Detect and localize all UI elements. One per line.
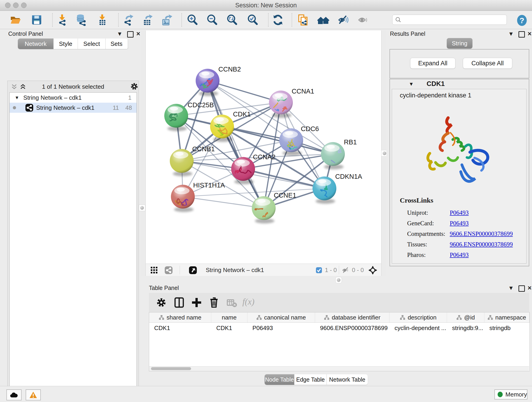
tab-select[interactable]: Select [78, 38, 106, 49]
search-input[interactable] [401, 16, 500, 24]
crosslink-link[interactable]: 9606.ENSP00000378699 [450, 241, 513, 248]
column-header-shared-name[interactable]: shared name [149, 313, 211, 322]
table-cell[interactable]: CDK1 [211, 323, 247, 333]
table-cell[interactable]: stringdb:9... [447, 323, 484, 333]
collapse-triangle-icon[interactable]: ▼ [15, 95, 19, 100]
section-collapse-icon[interactable]: ▼ [409, 81, 414, 87]
panel-float-icon[interactable] [127, 31, 133, 38]
network-node-ccnb2[interactable] [196, 69, 220, 96]
first-neighbors-icon[interactable] [317, 14, 329, 26]
crosslink-link[interactable]: P06493 [450, 220, 469, 227]
show-all-icon[interactable] [357, 14, 369, 26]
split-column-icon[interactable] [173, 297, 185, 308]
import-table-icon[interactable] [96, 14, 108, 26]
memory-button[interactable]: Memory [494, 389, 527, 400]
network-node-cdk1[interactable] [210, 115, 234, 142]
panel-menu-icon[interactable]: ▼ [508, 31, 514, 37]
settings-gear-icon[interactable] [155, 297, 167, 308]
hidden-count: 0 - 0 [352, 264, 364, 276]
help-icon[interactable]: ? [516, 14, 528, 26]
scrollbar-thumb[interactable] [151, 367, 191, 370]
panel-close-icon[interactable]: × [528, 30, 532, 38]
network-node-rb1[interactable] [321, 142, 345, 169]
import-network-from-database-icon[interactable] [75, 14, 87, 26]
column-header-description[interactable]: description [389, 313, 447, 322]
network-row[interactable]: String Network – cdk1 11 48 [10, 103, 137, 113]
hide-selected-icon[interactable] [337, 14, 349, 26]
table-cell[interactable]: cyclin-dependent ... [389, 323, 447, 333]
network-node-hist1h1a[interactable] [171, 185, 195, 212]
column-header-name[interactable]: name [211, 313, 247, 322]
panel-float-icon[interactable] [519, 31, 525, 38]
network-node-cdkn1a[interactable] [312, 177, 336, 207]
network-node-ccna1[interactable] [267, 90, 293, 118]
zoom-fit-icon[interactable] [226, 14, 238, 26]
delete-column-icon[interactable] [208, 297, 220, 308]
selected-checkbox[interactable] [316, 267, 322, 274]
column-header-canonical-name[interactable]: canonical name [247, 313, 315, 322]
horizontal-scrollbar[interactable] [149, 366, 529, 371]
column-header-database-identifier[interactable]: database identifier [315, 313, 389, 322]
crosslink-link[interactable]: P06493 [450, 251, 469, 259]
expand-all-button[interactable]: Expand All [410, 58, 456, 69]
panel-close-icon[interactable]: × [136, 30, 140, 38]
table-cell[interactable]: 9606.ENSP00000378699 [315, 323, 389, 333]
tab-edge-table[interactable]: Edge Table [294, 374, 326, 385]
tab-node-table[interactable]: Node Table [265, 374, 294, 385]
crosslink-link[interactable]: 9606.ENSP00000378699 [450, 230, 513, 237]
string-network-icon [25, 104, 33, 112]
string-network-badge-icon[interactable] [165, 266, 173, 274]
export-table-icon[interactable] [142, 14, 153, 26]
column-header--id[interactable]: @id [447, 313, 484, 322]
tab-network-table[interactable]: Network Table [327, 374, 368, 385]
network-collection-row[interactable]: ▼ String Network – cdk1 1 [10, 93, 137, 103]
network-node-ccna2[interactable] [231, 157, 257, 184]
crosslink-link[interactable]: P06493 [450, 209, 469, 216]
table-cell[interactable]: P06493 [247, 323, 315, 333]
export-network-icon[interactable] [122, 14, 134, 26]
memory-label: Memory [505, 391, 527, 398]
table-cell[interactable]: stringdb [484, 323, 530, 333]
crosslink-label: GeneCard: [407, 220, 450, 227]
table-row[interactable]: CDK1CDK1P064939606.ENSP00000378699cyclin… [149, 323, 530, 333]
collapse-all-button[interactable]: Collapse All [463, 58, 512, 69]
left-splitter-handle[interactable] [139, 205, 145, 211]
panel-float-icon[interactable] [519, 285, 525, 292]
refresh-icon[interactable] [272, 14, 284, 26]
panel-menu-icon[interactable]: ▼ [508, 285, 514, 291]
tab-style[interactable]: Style [54, 38, 78, 49]
footer-separator [339, 266, 339, 274]
zoom-in-icon[interactable] [186, 14, 198, 26]
hidden-eye-icon[interactable] [342, 267, 350, 274]
panel-close-icon[interactable]: × [528, 284, 532, 292]
save-session-icon[interactable] [31, 14, 43, 26]
tab-string[interactable]: String [447, 38, 472, 49]
birds-eye-view-icon[interactable] [189, 266, 197, 274]
search-field[interactable] [392, 15, 507, 25]
node-label-ccna2: CCNA2 [253, 153, 275, 161]
network-canvas[interactable]: CCNB2CCNA1CDC25BCDK1CDC6RB1CCNB1CCNA2CDK… [146, 31, 381, 264]
table-cell[interactable]: CDK1 [149, 323, 211, 333]
warning-button[interactable] [26, 389, 41, 400]
import-network-icon[interactable] [56, 14, 68, 26]
horizontal-splitter-handle[interactable] [336, 277, 342, 283]
zoom-out-icon[interactable] [206, 14, 218, 26]
column-header-namespace[interactable]: namespace [484, 313, 530, 322]
grid-view-icon[interactable] [151, 267, 158, 274]
tab-sets[interactable]: Sets [106, 38, 127, 49]
network-node-ccnb1[interactable] [170, 149, 194, 176]
zoom-selected-icon[interactable] [247, 14, 259, 26]
network-node-cdc25b[interactable] [164, 104, 188, 131]
pan-crosshair-icon[interactable] [368, 266, 377, 274]
network-node-cdc6[interactable] [279, 128, 303, 156]
duplicate-network-icon[interactable] [297, 14, 309, 26]
open-session-icon[interactable] [10, 14, 22, 26]
panel-menu-icon[interactable]: ▼ [117, 31, 123, 37]
toolbar-separator [292, 13, 292, 27]
left-splitter[interactable] [141, 30, 146, 276]
export-image-icon[interactable] [161, 14, 173, 26]
add-column-icon[interactable] [191, 297, 203, 308]
tab-network[interactable]: Network [18, 38, 54, 49]
cloud-button[interactable] [6, 389, 22, 400]
settings-gear-icon[interactable] [130, 82, 138, 90]
